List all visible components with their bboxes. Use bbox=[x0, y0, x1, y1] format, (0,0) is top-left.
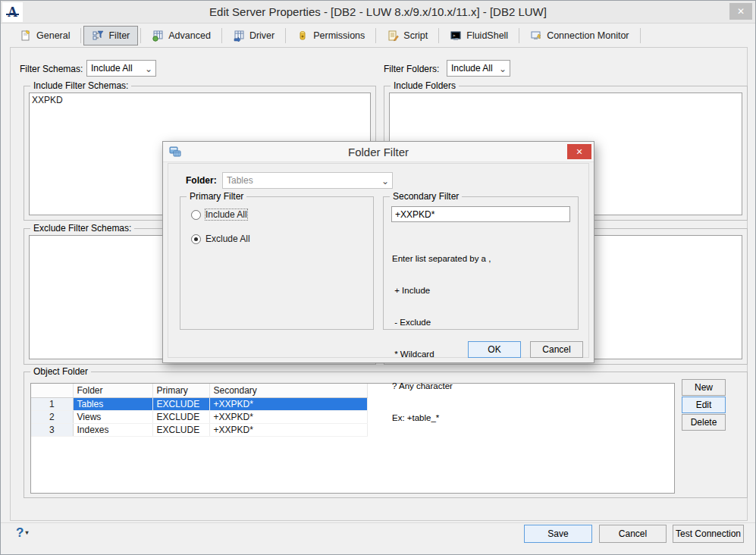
help-button[interactable]: ?▾ bbox=[16, 525, 28, 541]
include-filter-schemas-label: Include Filter Schemas: bbox=[30, 80, 131, 91]
secondary-filter-group: Secondary Filter Enter list separated by… bbox=[383, 196, 579, 330]
tab-separator bbox=[140, 28, 141, 43]
save-button[interactable]: Save bbox=[524, 525, 592, 543]
filter-folders-value: Include All bbox=[451, 63, 493, 74]
exclude-all-radio-row[interactable]: Exclude All bbox=[191, 234, 250, 244]
ok-button[interactable]: OK bbox=[468, 341, 521, 358]
tab-connection-monitor[interactable]: Connection Monitor bbox=[522, 26, 637, 45]
permissions-icon bbox=[296, 30, 309, 42]
cell-primary[interactable]: EXCLUDE bbox=[152, 424, 209, 437]
cancel-button[interactable]: Cancel bbox=[599, 525, 667, 543]
include-all-radio-label[interactable]: Include All bbox=[205, 209, 247, 220]
tab-general[interactable]: General bbox=[11, 26, 78, 45]
column-header-primary[interactable]: Primary bbox=[152, 384, 209, 398]
column-header-num[interactable] bbox=[31, 384, 73, 398]
exclude-all-radio-label[interactable]: Exclude All bbox=[205, 234, 250, 244]
cell-secondary[interactable]: +XXPKD* bbox=[209, 411, 367, 424]
tab-label: General bbox=[36, 30, 70, 41]
tab-label: Script bbox=[403, 30, 428, 41]
tab-separator bbox=[285, 28, 286, 43]
include-all-radio-row[interactable]: Include All bbox=[191, 209, 247, 220]
dialog-title: Folder Filter bbox=[163, 142, 594, 162]
tab-separator bbox=[519, 28, 519, 43]
fluidshell-icon: >_ bbox=[450, 30, 462, 42]
secondary-filter-input[interactable] bbox=[391, 206, 570, 222]
filter-icon bbox=[92, 30, 104, 42]
secondary-filter-help: Enter list separated by a , + Include - … bbox=[392, 232, 491, 444]
include-all-radio[interactable] bbox=[191, 210, 201, 220]
window-close-button[interactable]: ✕ bbox=[729, 3, 752, 20]
tab-separator bbox=[375, 28, 376, 43]
tab-permissions[interactable]: Permissions bbox=[288, 26, 373, 45]
tab-label: Connection Monitor bbox=[547, 30, 629, 41]
new-button[interactable]: New bbox=[682, 379, 726, 396]
test-connection-button[interactable]: Test Connection bbox=[673, 525, 744, 543]
svg-text:>_: >_ bbox=[453, 33, 459, 39]
filter-schemas-label: Filter Schemas: bbox=[20, 64, 83, 74]
tab-separator bbox=[221, 28, 222, 43]
tab-label: Permissions bbox=[313, 30, 365, 41]
help-icon: ? bbox=[16, 525, 24, 540]
tab-script[interactable]: Script bbox=[378, 26, 436, 45]
general-icon bbox=[20, 30, 32, 42]
delete-button[interactable]: Delete bbox=[682, 414, 726, 431]
cell-folder[interactable]: Views bbox=[73, 411, 152, 424]
window-title: Edit Server Properties - [DB2 - LUW 8.x/… bbox=[1, 1, 755, 24]
tab-bar: General Filter Advanced Driver bbox=[11, 25, 643, 46]
edit-button[interactable]: Edit bbox=[682, 397, 726, 413]
footer-divider bbox=[1, 522, 755, 523]
tab-driver[interactable]: Driver bbox=[224, 26, 283, 45]
column-header-secondary[interactable]: Secondary bbox=[209, 384, 367, 398]
object-folder-group: Object Folder Folder Primary Secondary 1… bbox=[24, 372, 748, 498]
cell-secondary[interactable]: +XXPKD* bbox=[209, 398, 367, 411]
tab-label: FluidShell bbox=[466, 30, 508, 41]
cell-folder[interactable]: Tables bbox=[73, 398, 152, 411]
filter-schemas-value: Include All bbox=[91, 63, 133, 74]
chevron-down-icon: ⌄ bbox=[499, 61, 507, 77]
exclude-filter-schemas-label: Exclude Filter Schemas: bbox=[30, 223, 134, 234]
edit-server-properties-window: A Edit Server Properties - [DB2 - LUW 8.… bbox=[0, 0, 756, 555]
include-folders-label: Include Folders bbox=[391, 80, 459, 91]
row-number: 3 bbox=[31, 424, 73, 437]
tab-label: Advanced bbox=[168, 30, 211, 41]
dialog-titlebar: Folder Filter ✕ bbox=[163, 142, 594, 162]
driver-icon bbox=[233, 30, 245, 42]
row-number: 1 bbox=[31, 398, 73, 411]
tab-separator bbox=[80, 28, 81, 43]
titlebar: A Edit Server Properties - [DB2 - LUW 8.… bbox=[1, 1, 755, 24]
table-header-row: Folder Primary Secondary bbox=[31, 384, 367, 398]
table-row[interactable]: 2 Views EXCLUDE +XXPKD* bbox=[31, 411, 367, 424]
table-row[interactable]: 3 Indexes EXCLUDE +XXPKD* bbox=[31, 424, 367, 437]
folder-select[interactable]: Tables ⌄ bbox=[222, 172, 393, 189]
caret-down-icon: ▾ bbox=[25, 529, 28, 536]
script-icon bbox=[387, 30, 399, 42]
dialog-close-button[interactable]: ✕ bbox=[567, 144, 591, 159]
primary-filter-group: Primary Filter Include All Exclude All bbox=[180, 196, 374, 330]
filter-schemas-select[interactable]: Include All ⌄ bbox=[86, 60, 156, 77]
filter-folders-label: Filter Folders: bbox=[384, 64, 439, 74]
chevron-down-icon: ⌄ bbox=[145, 61, 152, 77]
folder-label: Folder: bbox=[186, 175, 217, 186]
filter-folders-select[interactable]: Include All ⌄ bbox=[447, 60, 510, 77]
folder-filter-dialog: Folder Filter ✕ Folder: Tables ⌄ Primary… bbox=[162, 141, 594, 363]
dialog-cancel-button[interactable]: Cancel bbox=[530, 341, 583, 358]
exclude-all-radio[interactable] bbox=[191, 234, 201, 244]
object-folder-label: Object Folder bbox=[30, 366, 91, 377]
table-row[interactable]: 1 Tables EXCLUDE +XXPKD* bbox=[31, 398, 367, 411]
tab-advanced[interactable]: Advanced bbox=[143, 26, 219, 45]
column-header-folder[interactable]: Folder bbox=[73, 384, 152, 398]
connection-monitor-icon bbox=[530, 30, 542, 42]
tab-fluidshell[interactable]: >_ FluidShell bbox=[441, 26, 516, 45]
tab-separator bbox=[640, 28, 641, 43]
cell-primary[interactable]: EXCLUDE bbox=[152, 411, 209, 424]
tab-label: Driver bbox=[249, 30, 274, 41]
tab-filter[interactable]: Filter bbox=[83, 26, 138, 45]
tab-label: Filter bbox=[108, 30, 130, 41]
cell-secondary[interactable]: +XXPKD* bbox=[209, 424, 367, 437]
cell-folder[interactable]: Indexes bbox=[73, 424, 152, 437]
row-number: 2 bbox=[31, 411, 73, 424]
object-folder-table[interactable]: Folder Primary Secondary 1 Tables EXCLUD… bbox=[30, 383, 675, 494]
primary-filter-label: Primary Filter bbox=[187, 191, 246, 202]
secondary-filter-label: Secondary Filter bbox=[390, 191, 462, 202]
cell-primary[interactable]: EXCLUDE bbox=[152, 398, 209, 411]
